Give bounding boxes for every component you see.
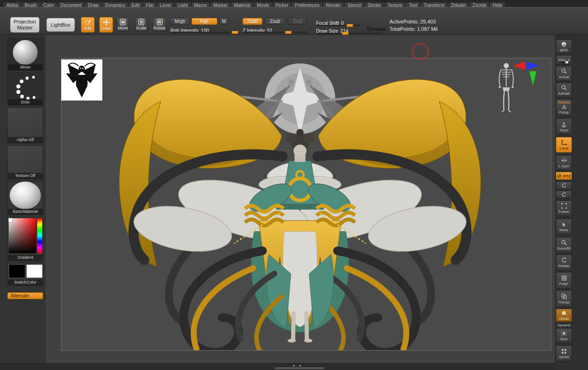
canvas-thumbnail	[61, 59, 102, 101]
bottom-scrollbar-handle[interactable]	[275, 367, 324, 369]
edit-button[interactable]: Edit	[81, 17, 95, 33]
menu-bar: AlphaBrushColorDocumentDrawDynamicsEditF…	[0, 0, 588, 7]
rotate-y-button[interactable]	[556, 182, 572, 189]
persp-button[interactable]: Dynamic Persp	[556, 99, 572, 116]
edit-label: Edit	[84, 26, 91, 31]
brush-selector[interactable]: Move	[7, 38, 43, 71]
divider-arrow-icon[interactable]: ▲	[299, 364, 302, 367]
slider-handle[interactable]	[565, 61, 568, 63]
rotate-z-button[interactable]	[556, 191, 572, 199]
lightbox-button[interactable]: LightBox	[46, 18, 75, 32]
actual-button[interactable]: Actual	[556, 66, 572, 81]
local-button[interactable]: Local	[556, 137, 572, 153]
ghost-button[interactable]: Ghost	[556, 309, 572, 322]
z-intensity-slider[interactable]: Z Intensity51	[243, 26, 307, 33]
ghost-label: Ghost	[559, 317, 569, 321]
zsub-button[interactable]: Zsub	[265, 18, 285, 25]
alternate-button[interactable]: Alternate	[7, 292, 43, 299]
wireframe-grid-icon	[561, 275, 567, 281]
bpr-icon	[560, 41, 567, 48]
ghost-icon	[561, 310, 567, 316]
slider-handle[interactable]	[342, 32, 349, 35]
actual-label: Actual	[559, 75, 569, 79]
projection-master-button[interactable]: Projection Master	[10, 17, 40, 33]
switch-color[interactable]: SwitchColor	[7, 263, 43, 286]
y-axis-arrow	[529, 71, 537, 85]
rotate-label: Rotate	[153, 26, 166, 30]
rgb-button[interactable]: Rgb	[192, 18, 217, 25]
material-selector[interactable]: BasicMaterial	[7, 181, 43, 215]
slider-track	[243, 32, 307, 33]
sculpt-render	[62, 58, 551, 350]
dynamic-label: Dynamic	[367, 27, 386, 32]
move-button[interactable]: M Move	[117, 17, 129, 32]
ghost-dynamic-label: Dynamic	[555, 323, 573, 327]
aahalf-button[interactable]: AAHalf	[556, 83, 572, 97]
slider-handle[interactable]	[285, 31, 292, 34]
alpha-selector[interactable]: Alpha Off	[7, 108, 43, 143]
cursor-icon	[561, 222, 567, 228]
rotate-button[interactable]: R Rotate	[153, 17, 166, 32]
xyz-label: XYZ	[563, 174, 571, 178]
rotate-view-button[interactable]: Rotate	[556, 255, 572, 270]
bpr-label: BPR	[560, 48, 567, 52]
slider-handle[interactable]	[232, 31, 238, 34]
focal-shift-slider[interactable]: Focal Shift0	[316, 18, 360, 26]
zadd-button[interactable]: Zadd	[243, 18, 262, 25]
axis-gizmo[interactable]	[513, 59, 540, 86]
divider-arrow-icon[interactable]: ▲	[292, 364, 295, 367]
xyz-button[interactable]: XYZ	[556, 172, 572, 180]
solo-icon	[561, 330, 567, 336]
floor-icon	[560, 121, 567, 128]
rotate-arrow-icon	[561, 182, 567, 188]
rotate-arrow-icon	[561, 257, 567, 263]
bpr-button[interactable]: BPR	[556, 40, 572, 53]
viewport-canvas[interactable]	[46, 35, 555, 363]
scale-button[interactable]: S Scale	[135, 17, 147, 32]
stroke-selector[interactable]: Dots	[7, 73, 43, 106]
polyf-button[interactable]: PolyF	[556, 272, 572, 289]
lsym-button[interactable]: L.Sym	[556, 155, 572, 170]
spix-slider[interactable]: SPix 3	[556, 55, 572, 64]
saturation-value-area[interactable]	[9, 218, 36, 253]
material-label: BasicMaterial	[8, 209, 43, 215]
brush-label: Move	[8, 64, 43, 70]
document-area[interactable]	[61, 58, 551, 351]
scale-letter-icon: S	[138, 19, 144, 25]
transp-button[interactable]: Transp	[556, 290, 572, 307]
switchcolor-label: SwitchColor	[8, 279, 43, 285]
move-letter-icon: M	[120, 19, 126, 25]
zcut-button[interactable]: Zcut	[288, 18, 307, 25]
brush-cursor	[412, 43, 429, 60]
solo-button[interactable]: Solo	[556, 328, 572, 343]
slider-track	[558, 62, 570, 63]
mirror-symmetry-icon	[561, 157, 567, 164]
floor-button[interactable]: Floor	[556, 119, 572, 134]
secondary-color-swatch[interactable]	[26, 264, 43, 278]
draw-icon	[103, 19, 110, 26]
magnifier-icon	[561, 239, 567, 246]
mrgb-button[interactable]: Mrgb	[170, 18, 189, 25]
m-button[interactable]: M	[220, 18, 228, 25]
draw-label: Draw	[101, 26, 111, 31]
active-points-stat: ActivePoints: 29,403	[390, 19, 435, 24]
texture-selector[interactable]: Texture Off	[7, 145, 43, 179]
rgb-intensity-slider[interactable]: Rgb Intensity100	[170, 26, 239, 33]
frame-button[interactable]: Frame	[556, 200, 572, 216]
slider-track	[170, 32, 239, 33]
polyf-label: PolyF	[559, 282, 568, 286]
zoom3d-button[interactable]: Zoom3D	[556, 237, 572, 253]
slider-track	[316, 33, 383, 34]
move-view-button[interactable]: Move	[556, 219, 572, 234]
xpose-label: Xpose	[559, 355, 569, 359]
edit-icon	[85, 19, 91, 26]
hue-strip[interactable]	[37, 218, 42, 253]
primary-color-swatch[interactable]	[9, 264, 25, 278]
dynamic-overlay-label: Dynamic	[558, 101, 570, 104]
xpose-button[interactable]: Xpose	[556, 346, 572, 361]
draw-button[interactable]: Draw	[99, 17, 113, 33]
scale-label: Scale	[136, 26, 147, 30]
rotate-letter-icon: R	[157, 19, 163, 25]
color-picker[interactable]: Gradient	[7, 217, 43, 261]
xpose-icon	[561, 348, 567, 354]
